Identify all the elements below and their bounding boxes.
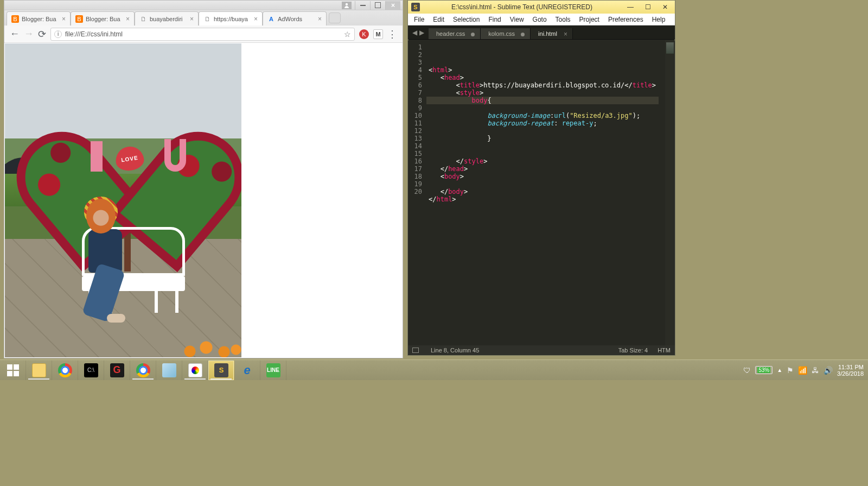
sublime-menubar: File Edit Selection Find View Goto Tools… — [408, 14, 675, 26]
chrome-titlebar: × — [4, 1, 403, 10]
tab-title: https://buaya — [214, 16, 251, 22]
tab-label: ini.html — [538, 30, 557, 37]
menu-goto[interactable]: Goto — [529, 15, 551, 24]
code-editor[interactable]: 1234567891011121314151617181920 <html> <… — [408, 40, 675, 345]
tab-size[interactable]: Tab Size: 4 — [618, 347, 648, 354]
security-shield-icon[interactable]: 🛡 — [743, 366, 751, 375]
network-icon[interactable]: 📶 — [798, 366, 807, 375]
maximize-button[interactable] — [370, 1, 385, 10]
windows-taskbar: C:\ G S e LINE 🛡 53% ▲ ⚑ 📶 🖧 🔊 11:31 PM … — [0, 359, 868, 380]
taskbar-line[interactable]: LINE — [260, 361, 286, 380]
sublime-titlebar[interactable]: S E:\css\ini.html - Sublime Text (UNREGI… — [408, 1, 675, 14]
tray-overflow-icon[interactable]: ▲ — [777, 367, 782, 373]
chrome-window: × B Blogger: Bua × B Blogger: Bua × 🗋 bu… — [4, 0, 403, 358]
line-gutter: 1234567891011121314151617181920 — [408, 40, 426, 345]
close-tab-icon[interactable]: × — [318, 15, 322, 23]
gmail-extension-icon[interactable]: M — [373, 29, 383, 39]
syntax-mode[interactable]: HTM — [658, 347, 671, 354]
forward-button[interactable]: → — [24, 28, 34, 40]
taskbar-chrome[interactable] — [52, 361, 78, 380]
taskbar-ie[interactable]: e — [234, 361, 260, 380]
sublime-tabbar: ◀ ▶ header.css kolom.css ini.html × — [408, 26, 675, 40]
tab-title: Blogger: Bua — [86, 16, 123, 22]
panel-switcher-icon[interactable] — [412, 348, 419, 353]
tray-clock[interactable]: 11:31 PM 3/26/2018 — [837, 364, 864, 377]
taskbar-cmd[interactable]: C:\ — [78, 361, 104, 380]
browser-tab[interactable]: A AdWords × — [263, 11, 327, 26]
close-tab-icon[interactable]: × — [190, 15, 194, 23]
menu-tools[interactable]: Tools — [552, 15, 575, 24]
menu-project[interactable]: Project — [576, 15, 603, 24]
windows-logo-icon — [6, 363, 20, 377]
taskbar-paint[interactable] — [182, 361, 208, 380]
menu-preferences[interactable]: Preferences — [604, 15, 647, 24]
close-tab-icon[interactable]: × — [254, 15, 258, 23]
editor-tab[interactable]: header.css — [429, 28, 481, 39]
chrome-menu-icon[interactable]: ⋮ — [387, 28, 397, 40]
back-button[interactable]: ← — [10, 28, 20, 40]
editor-tab-active[interactable]: ini.html × — [531, 28, 573, 39]
battery-indicator[interactable]: 53% — [755, 366, 773, 374]
start-button[interactable] — [0, 361, 26, 380]
page-icon: 🗋 — [203, 15, 211, 23]
page-viewport: LOVE — [5, 43, 402, 357]
browser-tab[interactable]: B Blogger: Bua × — [7, 11, 71, 26]
volume-icon[interactable]: 🔊 — [824, 366, 833, 375]
letter-i-decor — [91, 141, 103, 172]
chrome-icon — [58, 363, 72, 377]
battery-percent: 53% — [757, 367, 770, 373]
chrome-toolbar: ← → ⟳ i file:///E://css/ini.html ☆ K M ⋮ — [4, 26, 403, 43]
menu-file[interactable]: File — [410, 15, 428, 24]
svg-rect-4 — [14, 371, 19, 376]
desktop-background[interactable] — [0, 380, 868, 486]
dirty-indicator-icon — [471, 33, 475, 36]
close-button[interactable]: × — [385, 1, 400, 10]
close-button[interactable]: ✕ — [659, 2, 672, 12]
taskbar-file-explorer[interactable] — [26, 361, 52, 380]
taskbar-sublime-active[interactable]: S — [208, 361, 234, 380]
browser-tab-active[interactable]: 🗋 https://buaya × — [199, 11, 263, 26]
taskbar-notepad[interactable] — [156, 361, 182, 380]
menu-find[interactable]: Find — [484, 15, 505, 24]
code-area[interactable]: <html> <head> <title>https://buayaberdir… — [426, 40, 665, 345]
cursor-position[interactable]: Line 8, Column 45 — [431, 347, 479, 354]
person-decor — [80, 195, 145, 321]
close-tab-icon[interactable]: × — [126, 15, 130, 23]
menu-help[interactable]: Help — [648, 15, 669, 24]
blogger-icon: B — [11, 15, 19, 23]
new-tab-button[interactable] — [329, 12, 341, 23]
maximize-button[interactable]: ☐ — [641, 2, 654, 12]
bookmark-star-icon[interactable]: ☆ — [344, 30, 351, 39]
nav-forward-icon[interactable]: ▶ — [419, 29, 424, 36]
dirty-indicator-icon — [521, 33, 525, 36]
tab-title: buayaberdiri — [150, 16, 187, 22]
close-tab-icon[interactable]: × — [564, 30, 567, 38]
editor-tab[interactable]: kolom.css — [481, 28, 531, 39]
sublime-statusbar: Line 8, Column 45 Tab Size: 4 HTM — [408, 345, 675, 355]
action-center-icon[interactable]: ⚑ — [787, 366, 794, 375]
g-icon: G — [110, 363, 124, 377]
system-tray: 🛡 53% ▲ ⚑ 📶 🖧 🔊 11:31 PM 3/26/2018 — [739, 360, 868, 380]
letter-u-decor — [164, 139, 186, 172]
taskbar-app-g[interactable]: G — [104, 361, 130, 380]
reload-button[interactable]: ⟳ — [38, 28, 46, 40]
menu-edit[interactable]: Edit — [429, 15, 448, 24]
nav-back-icon[interactable]: ◀ — [412, 29, 417, 36]
extension-k-icon[interactable]: K — [359, 29, 369, 39]
chrome-profile-icon[interactable] — [342, 2, 352, 9]
tray-time: 11:31 PM — [837, 364, 864, 370]
browser-tab[interactable]: B Blogger: Bua × — [71, 11, 135, 26]
network-icon-2[interactable]: 🖧 — [812, 366, 819, 375]
close-tab-icon[interactable]: × — [62, 15, 66, 23]
menu-view[interactable]: View — [506, 15, 528, 24]
site-info-icon[interactable]: i — [54, 30, 62, 38]
cmd-icon: C:\ — [84, 363, 98, 377]
svg-rect-3 — [7, 371, 12, 376]
minimize-button[interactable]: — — [624, 2, 637, 12]
minimize-button[interactable] — [355, 1, 370, 10]
browser-tab[interactable]: 🗋 buayaberdiri × — [135, 11, 199, 26]
address-bar[interactable]: i file:///E://css/ini.html ☆ — [50, 28, 355, 41]
taskbar-chrome-running[interactable] — [130, 361, 156, 380]
menu-selection[interactable]: Selection — [449, 15, 483, 24]
minimap[interactable] — [665, 40, 675, 345]
